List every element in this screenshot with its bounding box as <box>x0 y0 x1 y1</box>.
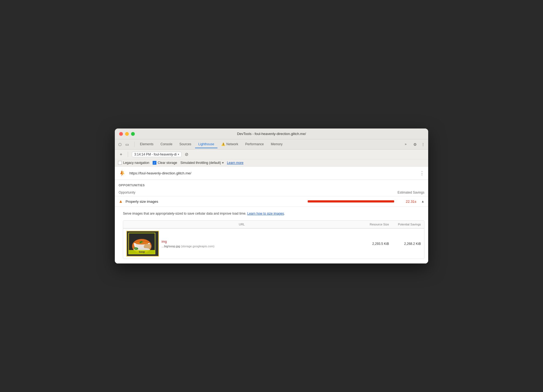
tab-performance[interactable]: Performance <box>242 141 267 148</box>
tab-elements[interactable]: Elements <box>137 141 157 148</box>
warning-triangle-icon: ▲ <box>119 199 123 204</box>
title-bar: DevTools - foul-heavenly-direction.glitc… <box>115 129 428 139</box>
options-row: Legacy navigation ✓ Clear storage Simula… <box>115 159 428 167</box>
chevron-down-icon: ▾ <box>178 153 179 156</box>
svg-point-14 <box>134 247 137 249</box>
clear-storage-label: Clear storage <box>158 161 177 165</box>
image-label: Soop <box>129 250 155 254</box>
minimize-button[interactable] <box>125 132 129 136</box>
tab-divider <box>134 142 135 147</box>
tab-icons: ⬡ ▭ <box>117 141 130 147</box>
savings-bar-wrap <box>300 200 394 202</box>
site-url: https://foul-heavenly-direction.glitch.m… <box>129 171 416 175</box>
tab-network[interactable]: ⚠️ Network <box>218 141 242 148</box>
maximize-button[interactable] <box>131 132 135 136</box>
cursor-icon[interactable]: ⬡ <box>117 141 123 147</box>
url-chip[interactable]: 3:14:14 PM - foul-heavenly-di ▾ <box>132 152 182 157</box>
detail-table-header: URL Resource Size Potential Savings <box>123 221 424 228</box>
device-icon[interactable]: ▭ <box>124 141 130 147</box>
tab-lighthouse[interactable]: Lighthouse <box>195 141 217 148</box>
clear-storage-wrap: ✓ Clear storage <box>153 161 177 165</box>
dt-cell-potential-savings: 2,268.2 KiB <box>391 242 421 246</box>
detail-section: Serve images that are appropriately-size… <box>115 207 428 263</box>
legacy-nav-checkbox[interactable] <box>118 161 122 165</box>
svg-marker-1 <box>122 170 125 176</box>
opportunity-row[interactable]: ▲ Properly size images 22.31s ▲ <box>115 196 428 207</box>
dt-col-resource-size: Resource Size <box>359 223 389 226</box>
legacy-nav-label: Legacy navigation <box>123 161 149 165</box>
toolbar-divider <box>128 152 128 157</box>
tab-sources[interactable]: Sources <box>176 141 195 148</box>
throttle-select-wrap: Simulated throttling (default) ▾ <box>180 161 224 165</box>
warning-icon: ⚠️ <box>221 142 225 146</box>
savings-bar <box>308 200 394 202</box>
learn-how-link[interactable]: Learn how to size images <box>247 212 284 215</box>
savings-time: 22.31s <box>400 200 416 204</box>
toolbar-row: + 3:14:14 PM - foul-heavenly-di ▾ ⊘ <box>115 150 428 159</box>
window-title: DevTools - foul-heavenly-direction.glitc… <box>237 132 306 136</box>
close-button[interactable] <box>119 132 123 136</box>
image-preview: Soop <box>126 231 159 256</box>
svg-point-11 <box>140 241 142 242</box>
main-content: https://foul-heavenly-direction.glitch.m… <box>115 167 428 263</box>
tab-console[interactable]: Console <box>157 141 176 148</box>
more-options-icon[interactable]: ⋮ <box>420 141 426 147</box>
lighthouse-logo <box>119 169 126 177</box>
col-opportunity: Opportunity <box>119 191 398 194</box>
opportunity-name: Properly size images <box>126 200 297 204</box>
svg-point-8 <box>144 244 151 248</box>
throttle-chevron-icon: ▾ <box>222 161 224 165</box>
dt-col-potential-savings: Potential Savings <box>391 223 421 226</box>
url-display-text: 3:14:14 PM - foul-heavenly-di <box>134 153 177 156</box>
chevron-up-icon: ▲ <box>421 200 424 203</box>
legacy-nav-wrap: Legacy navigation <box>118 161 149 165</box>
settings-icon[interactable]: ⚙ <box>412 141 418 147</box>
tab-memory[interactable]: Memory <box>268 141 286 148</box>
add-button[interactable]: + <box>118 151 124 157</box>
url-info: img ...big/soop.jpg (storage.googleapis.… <box>162 240 214 248</box>
learn-more-link[interactable]: Learn more <box>227 161 243 165</box>
tab-more-area: » ⚙ ⋮ <box>401 141 426 148</box>
opportunities-section-label: OPPORTUNITIES <box>115 180 428 189</box>
site-more-button[interactable]: ⋮ <box>420 170 424 176</box>
image-inner: Soop <box>128 233 155 254</box>
block-icon[interactable]: ⊘ <box>184 151 190 157</box>
tab-bar: ⬡ ▭ Elements Console Sources Lighthouse … <box>115 139 428 150</box>
clear-storage-checkbox[interactable]: ✓ <box>153 161 156 165</box>
devtools-window: DevTools - foul-heavenly-direction.glitc… <box>115 129 428 263</box>
dt-cell-url: Soop img ...big/soop.jpg (storage.google… <box>126 231 357 256</box>
dt-col-url: URL <box>126 223 357 226</box>
site-header: https://foul-heavenly-direction.glitch.m… <box>115 167 428 180</box>
url-domain: (storage.googleapis.com) <box>181 245 214 248</box>
traffic-lights <box>119 132 135 136</box>
throttle-label: Simulated throttling (default) <box>180 161 221 165</box>
url-path: ...big/soop.jpg (storage.googleapis.com) <box>162 245 214 248</box>
col-estimated: Estimated Savings <box>398 191 424 194</box>
table-header: Opportunity Estimated Savings <box>115 189 428 196</box>
detail-table: URL Resource Size Potential Savings <box>123 220 424 259</box>
detail-description: Serve images that are appropriately-size… <box>123 211 424 216</box>
table-row: Soop img ...big/soop.jpg (storage.google… <box>123 228 424 259</box>
tab-more-button[interactable]: » <box>401 141 410 148</box>
img-tag: img <box>162 240 214 244</box>
dt-cell-resource-size: 2,293.5 KiB <box>359 242 389 246</box>
devtools-body: ⬡ ▭ Elements Console Sources Lighthouse … <box>115 139 428 263</box>
